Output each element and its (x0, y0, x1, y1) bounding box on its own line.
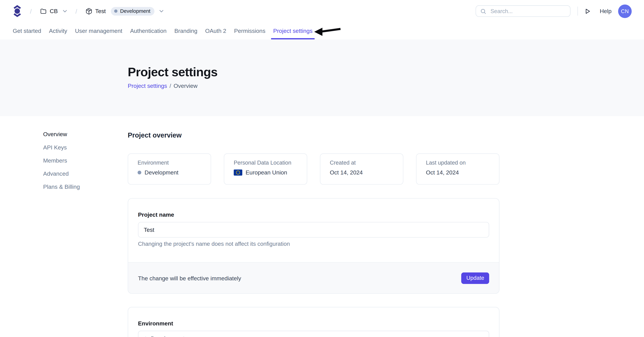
environment-select[interactable]: Development (138, 331, 489, 337)
page-header: Project settings Project settings / Over… (0, 39, 644, 116)
chevron-down-icon (62, 9, 67, 12)
project-name-card-footer: The change will be effective immediately… (128, 262, 499, 293)
info-card-last-updated: Last updated on Oct 14, 2024 (416, 154, 499, 185)
sidebar-item-members[interactable]: Members (43, 158, 80, 163)
info-card-data-location: Personal Data Location (224, 154, 307, 185)
content-area: Overview API Keys Members Advanced Plans… (0, 116, 644, 337)
eu-flag-icon (234, 170, 242, 176)
search-input[interactable] (490, 8, 566, 15)
breadcrumb-separator: / (76, 8, 77, 15)
chevron-down-icon (159, 9, 164, 12)
info-label: Environment (138, 160, 202, 166)
topbar-divider (578, 7, 578, 16)
update-button[interactable]: Update (461, 272, 489, 284)
breadcrumb: Project settings / Overview (128, 82, 644, 89)
sidebar-item-advanced[interactable]: Advanced (43, 171, 80, 177)
topbar: / CB / Test Development (0, 0, 644, 22)
avatar[interactable]: CN (618, 4, 632, 18)
project-name-card: Project name Changing the project's name… (128, 198, 500, 294)
tab-project-settings[interactable]: Project settings (273, 22, 313, 39)
project-name-label: Project name (138, 212, 489, 218)
info-label: Last updated on (426, 160, 490, 166)
chevron-down-icon (478, 335, 483, 337)
app-window: / CB / Test Development (0, 0, 644, 337)
environment-label: Environment (138, 321, 489, 326)
project-breadcrumb[interactable]: Test Development (85, 7, 164, 15)
sidebar-item-plans-billing[interactable]: Plans & Billing (43, 184, 80, 190)
tab-activity[interactable]: Activity (49, 22, 67, 39)
main-nav-tabs: Get started Activity User management Aut… (0, 22, 644, 39)
search-icon (480, 8, 486, 14)
info-label: Created at (330, 160, 394, 166)
environment-select-value: Development (151, 335, 185, 337)
project-name: Test (95, 8, 106, 14)
org-name: CB (50, 8, 58, 14)
tab-branding[interactable]: Branding (174, 22, 197, 39)
info-value: Oct 14, 2024 (426, 170, 459, 176)
info-card-created-at: Created at Oct 14, 2024 (320, 154, 403, 185)
help-link[interactable]: Help (600, 8, 612, 14)
info-card-environment: Environment Development (128, 154, 211, 185)
package-icon (85, 8, 92, 15)
sidebar-item-api-keys[interactable]: API Keys (43, 144, 80, 150)
info-value: European Union (246, 170, 287, 176)
info-card-row: Environment Development Personal Data Lo… (128, 154, 500, 185)
breadcrumb-link[interactable]: Project settings (128, 82, 167, 89)
tab-permissions[interactable]: Permissions (234, 22, 266, 39)
folder-icon (40, 8, 47, 15)
section-title: Project overview (128, 132, 500, 138)
search-box[interactable] (476, 5, 570, 17)
info-value: Development (145, 170, 178, 176)
breadcrumb-separator: / (170, 82, 171, 89)
status-dot (114, 9, 118, 12)
info-value: Oct 14, 2024 (330, 170, 363, 176)
tab-get-started[interactable]: Get started (13, 22, 41, 39)
project-name-input[interactable] (138, 222, 489, 238)
tab-user-management[interactable]: User management (75, 22, 122, 39)
environment-badge-label: Development (120, 8, 150, 14)
settings-sidebar: Overview API Keys Members Advanced Plans… (43, 131, 80, 189)
tab-authentication[interactable]: Authentication (130, 22, 166, 39)
sidebar-item-overview[interactable]: Overview (43, 131, 80, 137)
app-logo-icon[interactable] (13, 5, 22, 17)
environment-badge: Development (111, 7, 154, 15)
environment-card: Environment Development (128, 307, 500, 337)
tab-oauth2[interactable]: OAuth 2 (205, 22, 226, 39)
breadcrumb-separator: / (30, 8, 32, 15)
status-dot (138, 171, 142, 174)
info-label: Personal Data Location (234, 160, 298, 166)
play-icon[interactable] (584, 8, 591, 15)
breadcrumb-current: Overview (174, 82, 198, 89)
org-breadcrumb[interactable]: CB (40, 8, 67, 15)
footer-note: The change will be effective immediately (138, 275, 241, 281)
settings-main: Project overview Environment Development… (128, 116, 500, 337)
project-name-helper: Changing the project's name does not aff… (138, 241, 489, 247)
page-title: Project settings (128, 65, 644, 80)
